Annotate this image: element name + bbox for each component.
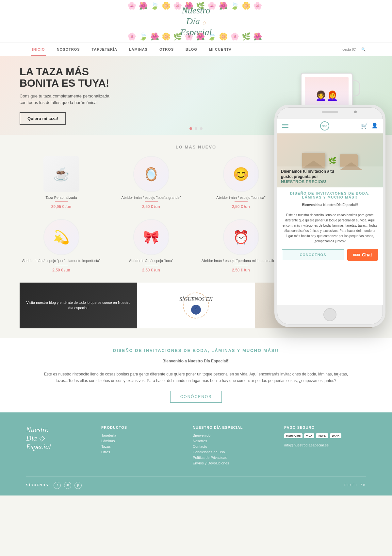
nav-tarjeteria[interactable]: TARJETERÍA xyxy=(86,43,123,56)
phone-content: DISEÑO DE INVITACIONES DE BODA, LÁMINAS … xyxy=(277,187,383,302)
payment-mastercard: MasterCard xyxy=(284,433,302,438)
social-pinterest[interactable]: p xyxy=(74,482,82,489)
phone-nav-icons: 🛒 👤 xyxy=(361,122,378,130)
phone-section-title: DISEÑO DE INVITACIONES DE BODA, LÁMINAS … xyxy=(282,191,378,199)
nav-inicio[interactable]: INICIO xyxy=(26,43,51,56)
phone-chat-button[interactable]: Chat xyxy=(347,249,378,261)
footer-nuestrodia-title: NUESTRO DÍA ESPECIAL xyxy=(193,426,274,429)
footer-productos: PRODUCTOS Tarjetería Láminas Tazas Otros xyxy=(101,426,183,467)
product-divider-3 xyxy=(235,201,248,202)
product-price-5: 2,50 € /un xyxy=(52,268,70,272)
chat-bubble-icon xyxy=(353,254,360,256)
product-divider-1 xyxy=(55,201,68,202)
phone-user-icon[interactable]: 👤 xyxy=(371,122,378,130)
floral-circle xyxy=(183,292,209,319)
chat-dot-3 xyxy=(358,254,359,255)
hero-dot-3[interactable] xyxy=(200,127,203,130)
phone-hero-line1: Diseñamos tu invitación a tu xyxy=(281,169,334,174)
nav-laminas[interactable]: LÁMINAS xyxy=(123,43,154,56)
footer-link-laminas[interactable]: Láminas xyxy=(101,439,183,443)
conocenos-button[interactable]: CONÓCENOS xyxy=(170,391,222,403)
product-price-1: 29,95 € /un xyxy=(51,204,71,209)
site-logo: Nuestro Día ◇ Especial xyxy=(180,5,212,38)
footer-link-envios[interactable]: Envíos y Devoluciones xyxy=(193,461,274,465)
product-card-2[interactable]: 🪞 Abridor imán / espejo "sueña grande" 2… xyxy=(109,156,193,209)
footer-nuestro-dia: NUESTRO DÍA ESPECIAL Bienvenido Nosotros… xyxy=(193,426,274,467)
hamburger-menu-icon[interactable] xyxy=(282,124,288,128)
hero-dot-1[interactable] xyxy=(189,127,192,130)
footer-email[interactable]: info@nuestrodíaespecial.es xyxy=(284,443,366,447)
leaf-decoration: 🌿 xyxy=(328,157,336,165)
product-image-1: ☕ xyxy=(43,156,79,192)
phone-camera xyxy=(354,111,357,113)
logo-diamond: ◇ xyxy=(202,20,206,25)
envelope-2 xyxy=(340,154,358,167)
social-instagram[interactable]: in xyxy=(64,482,71,489)
product-card-1[interactable]: ☕ Taza Personalizada 29,95 € /un xyxy=(20,156,103,209)
hamburger-line-3 xyxy=(282,127,288,128)
nav-nosotros[interactable]: NOSOTROS xyxy=(51,43,86,56)
nav-blog[interactable]: BLOG xyxy=(180,43,203,56)
logo-line3: Especial xyxy=(180,27,212,37)
hero-cta-button[interactable]: Quiero mi taza! xyxy=(20,112,66,125)
nav-right: cesta (0) 🔍 xyxy=(342,47,366,52)
footer-email-wrap: info@nuestrodíaespecial.es xyxy=(284,443,366,447)
product-image-2: 🪞 xyxy=(133,156,169,192)
footer-pago-title: PAGO SEGURO xyxy=(284,426,366,429)
product-name-2: Abridor imán / espejo "sueña grande" xyxy=(109,195,193,200)
payment-paypal: PayPal xyxy=(316,433,328,438)
footer-link-privacidad[interactable]: Política de Privacidad xyxy=(193,456,274,460)
search-icon[interactable]: 🔍 xyxy=(361,47,366,52)
product-card-7[interactable]: ⏰ Abridor imán / espejo "perdona mi impu… xyxy=(199,219,283,272)
logo-line1: Nuestro xyxy=(182,5,210,15)
about-section: DISEÑO DE INVITACIONES DE BODA, LÁMINAS … xyxy=(0,338,392,412)
phone-cart-icon[interactable]: 🛒 xyxy=(361,122,368,130)
phone-overlay: NDE 🛒 👤 🌿 Diseñamos tu invitación a tu xyxy=(274,105,385,327)
footer-bottom: SÍGUENOS! f in p PIXEL 78 xyxy=(26,477,366,489)
phone-home-button[interactable] xyxy=(323,308,336,321)
logo-line2: Día xyxy=(186,16,200,26)
cart-label[interactable]: cesta (0) xyxy=(342,47,356,51)
banner-blog[interactable]: Visita nuestro blog y entérate de todo l… xyxy=(20,283,137,328)
footer-logo: NuestroDía ◇Especial xyxy=(26,426,91,467)
footer-content: NuestroDía ◇Especial PRODUCTOS Tarjeterí… xyxy=(26,426,366,467)
phone-logo-circle: NDE xyxy=(320,121,329,130)
phone-actions: CONÓCENOS Chat xyxy=(282,249,378,261)
footer-social: SÍGUENOS! f in p xyxy=(26,482,82,489)
hero-text-block: LA TAZA MÁS BONITA ES TUYA! Consigue tu … xyxy=(20,66,111,125)
banner-follow[interactable]: SÍGUENOS EN f xyxy=(137,283,255,328)
product-card-3[interactable]: 😊 Abridor imán / espejo "sonrisa" 2,50 €… xyxy=(199,156,283,209)
banner-blog-text: Visita nuestro blog y entérate de todo l… xyxy=(20,295,137,315)
footer-logo-text: NuestroDía ◇Especial xyxy=(26,426,91,451)
footer-link-contacto[interactable]: Contacto xyxy=(193,444,274,448)
phone-hero-overlay: Diseñamos tu invitación a tu gusto, preg… xyxy=(277,166,383,187)
about-title: DISEÑO DE INVITACIONES DE BODA, LÁMINAS … xyxy=(33,348,359,353)
phone-conocenos-button[interactable]: CONÓCENOS xyxy=(282,249,344,260)
product-name-1: Taza Personalizada xyxy=(20,195,103,200)
product-card-6[interactable]: 🎀 Abridor imán / espejo "loca" 2,50 € /u… xyxy=(109,219,193,272)
footer-link-otros[interactable]: Otros xyxy=(101,450,183,454)
about-intro: Bienvenido a Nuestro Día Especial!! xyxy=(33,358,359,364)
product-name-5: Abridor imán / espejo "perfectamente imp… xyxy=(20,258,103,263)
social-facebook[interactable]: f xyxy=(54,482,61,489)
hero-dot-2[interactable] xyxy=(195,127,197,130)
footer-link-tarjeteria[interactable]: Tarjetería xyxy=(101,433,183,437)
nav-micuenta[interactable]: MI CUENTA xyxy=(203,43,237,56)
phone-speaker xyxy=(322,111,338,113)
phone-hero-text: Diseñamos tu invitación a tu gusto, preg… xyxy=(281,169,379,185)
footer-link-condiciones[interactable]: Condiciones de Uso xyxy=(193,450,274,454)
banner-blog-content: Visita nuestro blog y entérate de todo l… xyxy=(24,300,132,310)
product-divider-7 xyxy=(235,265,248,265)
product-price-6: 2,50 € /un xyxy=(142,268,160,272)
hero-dots xyxy=(189,127,203,130)
envelope-1 xyxy=(302,153,325,168)
footer-link-tazas[interactable]: Tazas xyxy=(101,444,183,448)
chat-dot-2 xyxy=(356,254,357,255)
footer-productos-title: PRODUCTOS xyxy=(101,426,183,429)
footer-link-nosotros[interactable]: Nosotros xyxy=(193,439,274,443)
product-card-5[interactable]: 💫 Abridor imán / espejo "perfectamente i… xyxy=(20,219,103,272)
product-price-7: 2,50 € /un xyxy=(232,268,250,272)
nav-otros[interactable]: OTROS xyxy=(154,43,180,56)
hamburger-line-1 xyxy=(282,124,288,125)
footer-link-bienvenido[interactable]: Bienvenido xyxy=(193,433,274,437)
